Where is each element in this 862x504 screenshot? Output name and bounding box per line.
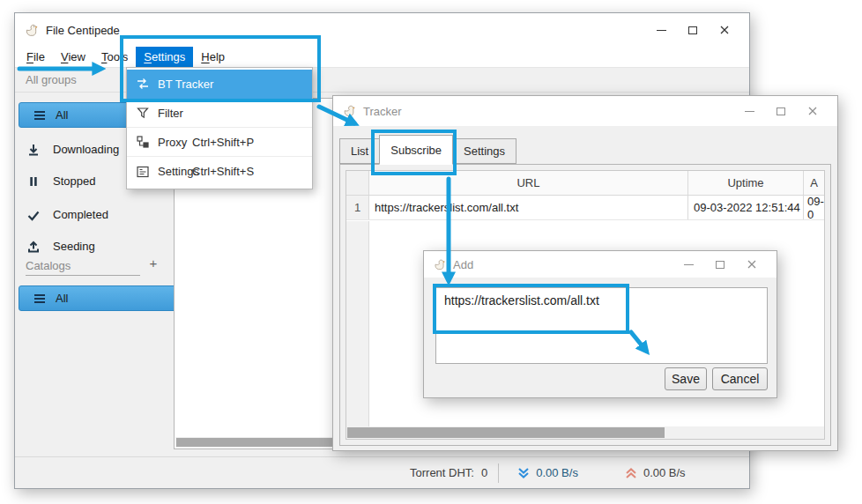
url-cell[interactable]: https://trackerslist.com/all.txt [369,196,688,219]
menu-lines-icon [33,108,47,122]
maximize-icon[interactable] [765,100,797,122]
app-duck-icon [342,104,356,118]
menu-file[interactable]: File [19,47,53,67]
tracker-titlebar: Tracker [333,96,837,126]
double-chevron-up-icon [624,466,638,480]
menu-item-settings[interactable]: Settings Ctrl+Shift+S [127,157,312,186]
catalogs-divider [26,275,140,276]
table-hscrollbar[interactable] [346,426,824,439]
dht-label: Torrent DHT: [410,466,474,479]
check-icon [26,208,41,222]
annotation-box-url-input [433,284,629,334]
annotation-box-subscribe-tab [371,130,457,175]
clipped-cell[interactable]: 09-0 [804,196,824,219]
cancel-button[interactable]: Cancel [712,367,768,390]
download-speed: 0.00 B/s [536,466,578,479]
close-icon[interactable] [736,254,768,275]
settings-form-icon [136,165,150,179]
uptime-cell[interactable]: 09-03-2022 12:51:44 [688,196,804,219]
add-window-title: Add [453,258,473,271]
main-window-title: File Centipede [46,24,120,37]
add-titlebar: Add [424,251,777,278]
uptime-column-header[interactable]: Uptime [688,171,804,195]
tracker-window-title: Tracker [363,105,402,118]
download-icon [26,143,41,157]
add-catalog-button[interactable]: + [145,255,161,272]
save-button[interactable]: Save [665,367,707,390]
table-row[interactable]: 1 https://trackerslist.com/all.txt 09-03… [346,196,824,220]
sidebar-catalog-all[interactable]: All [19,285,177,311]
status-bar: Torrent DHT: 0 0.00 B/s 0.00 B/s [15,456,749,488]
upload-speed: 0.00 B/s [643,466,686,479]
minimize-icon[interactable] [673,254,704,275]
proxy-shortcut: Ctrl+Shift+P [192,136,254,149]
maximize-icon[interactable] [704,254,736,275]
clipped-column-header[interactable]: A [804,171,824,195]
menu-lines-icon [33,292,47,306]
app-duck-icon [433,258,446,271]
row-number-cell[interactable]: 1 [346,196,369,219]
row-number-gutter [346,221,369,439]
status-separator [498,463,499,483]
sidebar-item-completed[interactable]: Completed [19,202,177,227]
dht-value: 0 [481,466,487,479]
table-hscrollbar-thumb[interactable] [347,427,665,438]
menu-item-proxy[interactable]: Proxy Ctrl+Shift+P [127,128,312,157]
menu-item-filter[interactable]: Filter [127,99,312,128]
maximize-icon[interactable] [677,19,709,41]
close-icon[interactable] [797,100,829,122]
minimize-icon[interactable] [733,100,765,122]
menu-view[interactable]: View [53,47,93,67]
catalogs-label: Catalogs [26,259,71,272]
pause-icon [26,174,41,189]
tab-settings[interactable]: Settings [452,138,516,164]
close-icon[interactable] [709,19,740,41]
upload-icon [26,240,41,254]
proxy-icon [136,135,150,149]
double-chevron-down-icon [516,466,531,480]
app-duck-icon [24,23,39,38]
minimize-icon[interactable] [645,19,677,41]
filter-icon [136,106,150,120]
settings-shortcut: Ctrl+Shift+S [192,165,254,178]
corner-header-cell[interactable] [346,171,369,195]
annotation-box-settings-menu [120,35,321,102]
